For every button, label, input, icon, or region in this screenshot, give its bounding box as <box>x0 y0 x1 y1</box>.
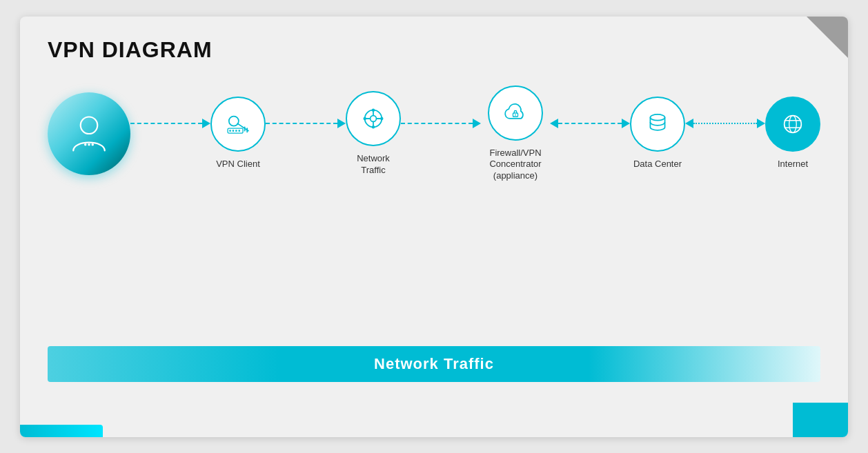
user-icon <box>65 110 113 158</box>
connector-3 <box>401 123 481 124</box>
svg-point-11 <box>235 130 237 132</box>
traffic-banner-text: Network Traffic <box>374 355 494 373</box>
data-center-node: Data Center <box>630 97 685 170</box>
vpn-client-circle <box>210 97 266 152</box>
internet-node: Internet <box>765 97 820 170</box>
svg-point-19 <box>372 108 375 111</box>
globe-icon <box>778 109 808 139</box>
svg-point-0 <box>81 117 98 134</box>
svg-point-21 <box>363 117 366 120</box>
key-icon <box>223 109 253 139</box>
svg-point-25 <box>650 114 664 121</box>
network-icon <box>358 103 388 134</box>
corner-decoration <box>807 17 848 58</box>
page-title: VPN DIAGRAM <box>48 37 213 63</box>
arrow-left-5 <box>685 119 693 128</box>
svg-point-24 <box>515 114 516 115</box>
connector-5 <box>685 123 765 124</box>
data-center-circle <box>630 97 685 152</box>
svg-point-26 <box>785 116 802 133</box>
arrow-2 <box>337 119 346 128</box>
cloud-icon <box>500 98 531 128</box>
bottom-right-accent <box>793 403 848 437</box>
network-traffic-circle <box>346 91 401 146</box>
line-4 <box>558 123 622 124</box>
bottom-left-accent <box>20 425 103 437</box>
connector-2 <box>266 123 346 124</box>
arrow-right-4 <box>622 119 630 128</box>
svg-point-4 <box>229 117 239 126</box>
connector-4 <box>550 123 630 124</box>
traffic-banner: Network Traffic <box>48 346 820 382</box>
line-5 <box>693 123 757 124</box>
svg-point-12 <box>238 130 240 132</box>
line-1 <box>130 123 202 124</box>
arrow-1 <box>202 119 210 128</box>
svg-point-9 <box>229 130 231 132</box>
vpn-client-label: VPN Client <box>216 159 260 170</box>
vpn-client-node: VPN Client <box>210 97 266 170</box>
connector-1 <box>130 123 210 124</box>
line-2 <box>266 123 337 124</box>
svg-point-27 <box>789 116 797 133</box>
network-traffic-label: NetworkTraffic <box>357 153 390 177</box>
database-icon <box>642 109 673 139</box>
user-node <box>48 92 130 175</box>
slide: VPN DIAGRAM <box>20 17 848 437</box>
svg-point-1 <box>84 143 87 146</box>
user-circle <box>48 92 130 175</box>
arrow-left-4 <box>550 119 558 128</box>
arrow-right-5 <box>757 119 765 128</box>
svg-point-14 <box>371 116 377 122</box>
diagram-area: VPN Client <box>48 85 820 183</box>
internet-circle <box>765 97 820 152</box>
data-center-label: Data Center <box>633 159 682 170</box>
arrow-3 <box>473 119 481 128</box>
network-traffic-node: NetworkTraffic <box>346 91 401 177</box>
firewall-circle <box>488 85 543 141</box>
svg-point-22 <box>380 117 383 120</box>
svg-point-2 <box>88 143 90 146</box>
svg-point-3 <box>92 143 95 146</box>
internet-label: Internet <box>778 159 808 170</box>
firewall-node: Firewall/VPNConcentrator (appliance) <box>481 85 550 183</box>
firewall-label: Firewall/VPNConcentrator (appliance) <box>481 148 550 183</box>
svg-point-10 <box>233 130 235 132</box>
svg-point-20 <box>372 125 375 128</box>
line-3 <box>401 123 473 124</box>
